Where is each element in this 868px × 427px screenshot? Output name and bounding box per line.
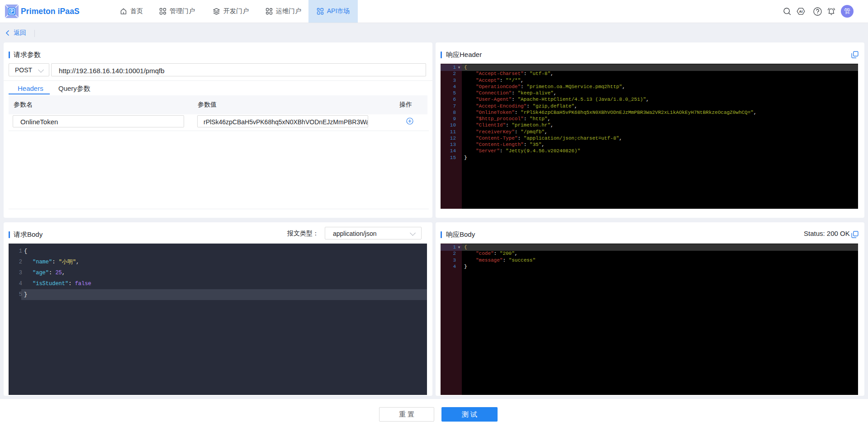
svg-text:AI: AI bbox=[799, 9, 803, 14]
svg-text:P: P bbox=[10, 9, 14, 14]
